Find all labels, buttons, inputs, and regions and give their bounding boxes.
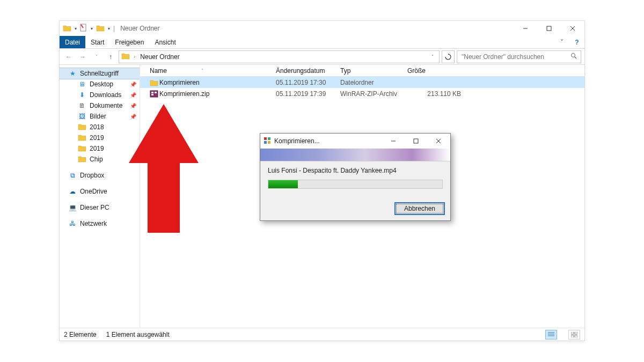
column-size[interactable]: Größe [407,67,466,75]
recent-dropdown-icon[interactable]: ˅ [91,51,103,63]
sidebar-item-desktop[interactable]: 🖥 Desktop 📌 [60,79,140,90]
sidebar-item-pictures[interactable]: 🖼 Bilder 📌 [60,111,140,122]
sort-asc-icon: ˄ [201,68,203,73]
dialog-banner [260,149,450,161]
forward-button[interactable]: → [77,51,89,63]
svg-line-6 [575,57,576,58]
svg-rect-18 [264,137,267,140]
sidebar-item-dropbox[interactable]: ⧉ Dropbox [60,170,140,181]
cancel-button[interactable]: Abbrechen [394,202,445,215]
sidebar-item-onedrive[interactable]: ☁ OneDrive [60,186,140,197]
folder-icon [121,52,130,61]
svg-point-5 [572,53,575,57]
address-bar-row: ← → ˅ ↑ › Neuer Ordner ˅ [60,49,584,65]
onedrive-icon: ☁ [68,188,77,195]
svg-rect-2 [547,26,551,31]
sidebar-item-label: Dokumente [90,102,122,109]
sidebar-item-label: Netzwerk [80,220,107,227]
folder-icon [78,123,86,132]
zip-icon [150,90,159,98]
file-date: 05.11.2019 17:39 [276,90,340,98]
svg-rect-8 [151,92,153,93]
file-type: WinRAR-ZIP-Archiv [340,90,407,98]
back-button[interactable]: ← [63,51,75,63]
open-folder-icon[interactable] [96,24,105,33]
progress-filename: Luis Fonsi - Despacito ft. Daddy Yankee.… [268,167,443,174]
sidebar-item-this-pc[interactable]: 💻 Dieser PC [60,202,140,213]
help-icon[interactable]: ? [569,36,584,48]
column-name[interactable]: Name ˄ [150,67,276,75]
svg-rect-10 [155,92,157,93]
address-bar[interactable]: › Neuer Ordner ˅ [119,50,440,63]
new-doc-icon[interactable] [80,24,87,34]
folder-icon [78,144,86,153]
tab-start[interactable]: Start [85,36,109,48]
search-box[interactable] [457,50,581,63]
sidebar-item-label: 2019 [90,145,104,152]
svg-rect-19 [268,137,270,140]
search-icon[interactable] [570,53,577,61]
view-details-button[interactable] [545,330,557,339]
chevron-right-icon[interactable]: › [132,54,137,60]
status-item-count: 2 Elemente [64,331,97,338]
sidebar-item-2018[interactable]: 2018 [60,122,140,132]
maximize-button[interactable] [537,21,561,36]
sidebar-item-chip[interactable]: Chip [60,154,140,165]
quick-access-dropdown-icon[interactable]: ▾ [74,26,78,31]
sidebar-item-label: 2018 [90,123,104,131]
dialog-close-button[interactable] [429,135,448,147]
qat-dropdown-icon[interactable]: ▾ [90,26,94,31]
sidebar: ★ Schnellzugriff 🖥 Desktop 📌 ⬇ Downloads… [60,65,140,328]
sidebar-item-label: OneDrive [80,188,107,195]
search-input[interactable] [460,53,570,61]
svg-rect-21 [268,141,270,144]
file-row[interactable]: Komprimieren05.11.2019 17:30Dateiordner [140,77,584,88]
svg-rect-20 [264,141,267,144]
tab-share[interactable]: Freigeben [109,36,149,48]
svg-rect-9 [151,94,153,95]
address-dropdown-icon[interactable]: ˅ [428,54,437,59]
dialog-title-bar[interactable]: Komprimieren... [260,134,450,149]
column-headers: Name ˄ Änderungsdatum Typ Größe [140,65,584,77]
folder-app-icon [63,24,71,33]
progress-dialog: Komprimieren... Luis Fonsi - Despacito f… [260,133,451,221]
title-separator: | [111,25,117,32]
svg-rect-23 [414,139,418,143]
sidebar-item-documents[interactable]: 🗎 Dokumente 📌 [60,100,140,111]
up-button[interactable]: ↑ [105,51,116,63]
breadcrumb[interactable]: Neuer Ordner [139,53,180,61]
sidebar-item-downloads[interactable]: ⬇ Downloads 📌 [60,90,140,100]
pin-icon: 📌 [130,103,136,109]
sidebar-item-label: Chip [90,156,103,163]
tab-file[interactable]: Datei [60,36,85,48]
document-icon: 🗎 [78,102,86,109]
progress-bar-fill [268,180,298,188]
file-row[interactable]: Komprimieren.zip05.11.2019 17:39WinRAR-Z… [140,88,584,99]
file-name: Komprimieren.zip [159,90,276,98]
ribbon-expand-icon[interactable]: ˅ [554,36,569,48]
column-type[interactable]: Typ [340,67,407,75]
dialog-minimize-button[interactable] [384,135,403,147]
picture-icon: 🖼 [78,113,86,120]
file-name: Komprimieren [159,79,276,86]
window-title: Neuer Ordner [117,25,159,32]
column-date[interactable]: Änderungsdatum [276,67,340,75]
refresh-button[interactable] [442,50,455,63]
minimize-button[interactable] [514,21,537,36]
dialog-maximize-button[interactable] [406,135,426,147]
close-button[interactable] [561,21,584,36]
sidebar-item-label: Downloads [90,91,121,99]
pin-icon: 📌 [130,114,136,120]
sidebar-item-2019[interactable]: 2019 [60,143,140,154]
qat-overflow-icon[interactable]: ▾ [107,26,111,31]
star-icon: ★ [68,70,77,77]
sidebar-item-label: Desktop [90,80,113,88]
sidebar-item-2019[interactable]: 2019 [60,132,140,143]
tab-view[interactable]: Ansicht [149,36,181,48]
sidebar-item-quick-access[interactable]: ★ Schnellzugriff [60,68,140,79]
view-thumbnails-button[interactable] [568,330,580,339]
sidebar-item-network[interactable]: 🖧 Netzwerk [60,218,140,229]
sidebar-item-label: 2019 [90,134,104,142]
sidebar-item-label: Schnellzugriff [80,70,119,77]
sidebar-item-label: Dropbox [80,172,104,179]
